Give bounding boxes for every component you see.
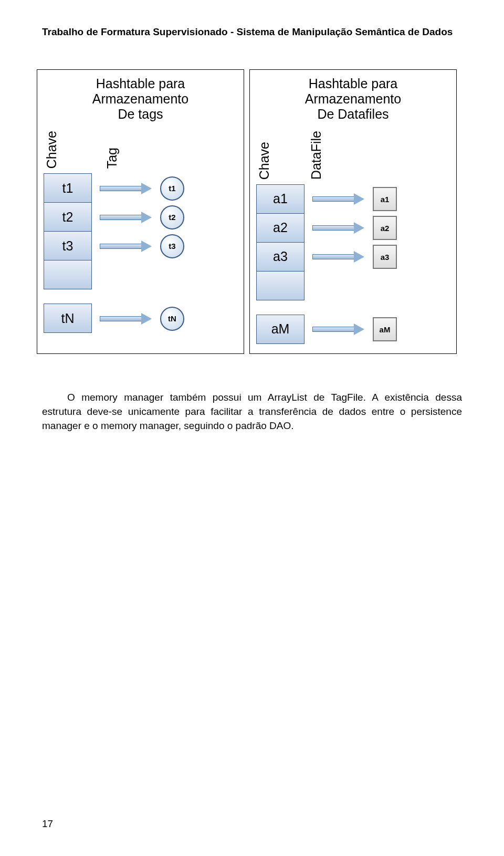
arrow-icon bbox=[100, 313, 152, 325]
tag-node: tN bbox=[160, 307, 184, 331]
left-key-cell: tN bbox=[44, 304, 92, 333]
body-paragraph: O memory manager também possui um ArrayL… bbox=[42, 391, 462, 433]
diagram-container: Hashtable para Armazenamento De tags Cha… bbox=[37, 69, 462, 354]
right-title-line1: Hashtable para bbox=[309, 76, 398, 91]
tag-node: t1 bbox=[160, 176, 184, 201]
right-key-cell: a2 bbox=[256, 213, 304, 243]
datafile-node: aM bbox=[373, 317, 397, 341]
right-key-cell-empty bbox=[256, 271, 304, 300]
right-key-cell: a1 bbox=[256, 184, 304, 214]
hashtable-tags-box: Hashtable para Armazenamento De tags Cha… bbox=[37, 69, 244, 354]
arrow-icon bbox=[312, 193, 365, 205]
left-key-cell: t3 bbox=[44, 231, 92, 260]
left-key-cell: t2 bbox=[44, 202, 92, 232]
page-header: Trabalho de Formatura Supervisionado - S… bbox=[42, 26, 462, 38]
datafile-node: a2 bbox=[373, 216, 397, 240]
arrow-icon bbox=[312, 251, 365, 263]
tag-node: t3 bbox=[160, 234, 184, 258]
right-box-title: Hashtable para Armazenamento De Datafile… bbox=[256, 76, 450, 121]
tag-node: t2 bbox=[160, 205, 184, 229]
page-number: 17 bbox=[42, 818, 53, 830]
paragraph-text: O memory manager também possui um ArrayL… bbox=[42, 392, 462, 431]
left-key-cell-empty bbox=[44, 260, 92, 289]
arrow-icon bbox=[312, 222, 365, 234]
arrow-icon bbox=[100, 183, 152, 194]
right-title-line2: Armazenamento bbox=[305, 91, 401, 106]
right-key-cell: aM bbox=[256, 315, 304, 344]
left-box-title: Hashtable para Armazenamento De tags bbox=[44, 76, 237, 121]
hashtable-datafiles-box: Hashtable para Armazenamento De Datafile… bbox=[249, 69, 457, 354]
left-key-cell: t1 bbox=[44, 173, 92, 203]
arrow-icon bbox=[312, 323, 365, 335]
right-label-datafile: DataFile bbox=[309, 131, 324, 180]
arrow-icon bbox=[100, 212, 152, 223]
datafile-node: a1 bbox=[373, 187, 397, 211]
arrow-icon bbox=[100, 241, 152, 252]
right-key-cell: a3 bbox=[256, 242, 304, 272]
right-title-line3: De Datafiles bbox=[317, 107, 388, 121]
left-title-line2: Armazenamento bbox=[92, 91, 188, 106]
left-title-line1: Hashtable para bbox=[96, 76, 185, 91]
left-label-chave: Chave bbox=[44, 131, 59, 169]
right-label-chave: Chave bbox=[257, 142, 272, 180]
left-label-tag: Tag bbox=[104, 148, 120, 169]
left-title-line3: De tags bbox=[118, 107, 163, 121]
datafile-node: a3 bbox=[373, 245, 397, 269]
